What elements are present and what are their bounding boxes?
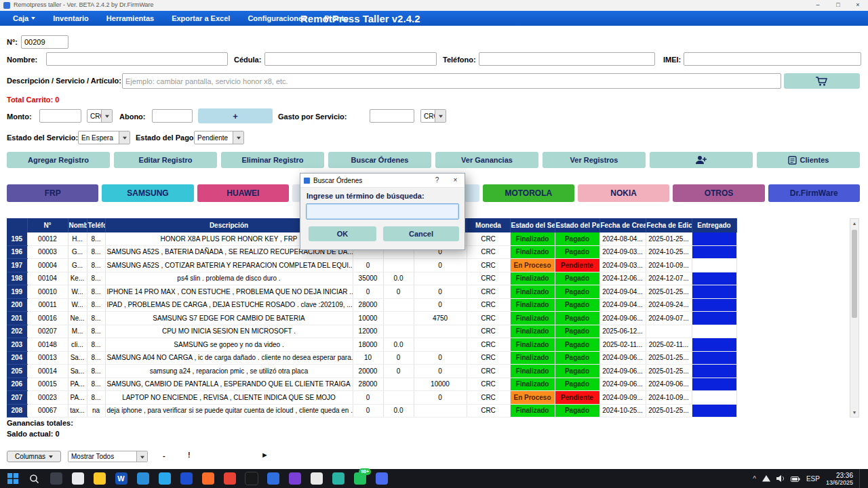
eliminar-registro-button[interactable]: Eliminar Registro	[221, 152, 324, 168]
column-header[interactable]: Estado del Pago	[555, 218, 599, 232]
estado-pago-select[interactable]: Pendiente	[194, 131, 244, 144]
row-number[interactable]: 205	[7, 365, 27, 378]
table-row[interactable]: 20800067tax...nadeja iphone , para verif…	[7, 404, 736, 418]
volume-icon[interactable]	[776, 472, 785, 485]
table-row[interactable]: 20600015PA...8...SAMSUNG, CAMBIO DE PANT…	[7, 378, 736, 391]
abono-input[interactable]	[152, 109, 193, 123]
table-row[interactable]: 20400013Sa...8...SAMSUNG A04 NO CARGA , …	[7, 351, 736, 365]
start-button[interactable]	[4, 470, 21, 487]
row-number[interactable]: 206	[7, 378, 27, 391]
add-abono-button[interactable]: +	[198, 108, 273, 123]
gasto-input[interactable]	[370, 109, 414, 123]
search-button[interactable]	[26, 470, 43, 487]
column-header[interactable]: Fecha de Creación	[599, 218, 646, 232]
table-row[interactable]: 20700023PA...8...LAPTOP NO ENCIENDE , RE…	[7, 391, 736, 405]
row-number[interactable]: 203	[7, 338, 27, 352]
column-header[interactable]: Entregado	[692, 218, 736, 232]
messaging-app-icon[interactable]: 98+	[351, 470, 368, 487]
column-header[interactable]	[7, 218, 27, 232]
brand-button-motorola[interactable]: MOTOROLA	[483, 184, 574, 202]
cancel-button[interactable]: Cancel	[383, 226, 459, 241]
row-number[interactable]: 197	[7, 259, 27, 272]
row-number[interactable]: 199	[7, 285, 27, 299]
taskbar-app-icon-9[interactable]	[308, 470, 325, 487]
file-explorer-icon[interactable]	[91, 470, 108, 487]
language-indicator[interactable]: ESP	[806, 475, 820, 483]
monto-input[interactable]	[39, 109, 81, 123]
row-number[interactable]: 207	[7, 391, 27, 405]
row-number[interactable]: 201	[7, 312, 27, 325]
table-row[interactable]: 20200207M...8...CPU MO INICIA SESION EN …	[7, 325, 736, 338]
telefono-input[interactable]	[479, 52, 655, 66]
brand-button-samsung[interactable]: SAMSUNG	[102, 184, 193, 202]
brand-button-frp[interactable]: FRP	[7, 184, 98, 202]
clientes-button[interactable]: Clientes	[757, 152, 860, 168]
mostrar-select[interactable]: Mostrar Todos	[68, 451, 148, 462]
brand-button-huawei[interactable]: HUAWEI	[197, 184, 289, 202]
table-row[interactable]: 20300148cli...8...SAMSUNG se gopeo y no …	[7, 338, 736, 352]
table-row[interactable]: 20100016Ne...8...SAMSUNG S7 EDGE FOR CAM…	[7, 312, 736, 325]
row-number[interactable]: 202	[7, 325, 27, 338]
menu-item-inventario[interactable]: Inventario	[44, 11, 98, 26]
row-number[interactable]: 195	[7, 232, 27, 245]
row-number[interactable]: 198	[7, 272, 27, 285]
taskbar-app-icon-3[interactable]	[156, 470, 173, 487]
ver-registros-button[interactable]: Ver Registros	[542, 152, 646, 168]
maximize-button[interactable]: □	[829, 0, 848, 11]
monto-currency-select[interactable]: CRC	[87, 109, 113, 123]
ver-ganancias-button[interactable]: Ver Ganancias	[435, 152, 538, 168]
taskbar-app-icon-2[interactable]	[134, 470, 151, 487]
scroll-up-icon[interactable]: ▲	[850, 219, 859, 228]
column-header[interactable]: Moneda	[467, 218, 510, 232]
scroll-down-icon[interactable]: ▼	[850, 408, 859, 417]
row-number[interactable]: 204	[7, 351, 27, 365]
brand-button-nokia[interactable]: NOKIA	[578, 184, 669, 202]
taskbar-app-icon-7[interactable]	[264, 470, 281, 487]
row-number[interactable]: 200	[7, 298, 27, 312]
menu-item-caja[interactable]: Caja	[4, 11, 44, 26]
taskbar-app-icon-6[interactable]	[221, 470, 238, 487]
person-plus-button[interactable]	[650, 152, 753, 168]
buscar-rdenes-button[interactable]: Buscar Órdenes	[328, 152, 431, 168]
table-row[interactable]: 20500014Sa...8...samsung a24 , reparacio…	[7, 365, 736, 378]
taskbar-app-icon-11[interactable]	[373, 470, 390, 487]
word-icon[interactable]: W	[113, 470, 130, 487]
scrollbar-thumb[interactable]	[852, 230, 857, 318]
gasto-currency-select[interactable]: CRC	[420, 109, 446, 123]
menu-item-exportar-a-excel[interactable]: Exportar a Excel	[163, 11, 239, 26]
dialog-close-button[interactable]: ×	[446, 174, 465, 187]
clock[interactable]: 23:36 13/6/2025	[826, 472, 853, 486]
vertical-scrollbar[interactable]: ▲ ▼	[850, 218, 859, 418]
search-term-input[interactable]	[306, 203, 459, 220]
column-header[interactable]: Fecha de Edición	[646, 218, 692, 232]
table-row[interactable]: 19900010W...8...IPHONE 14 PRO MAX , CON …	[7, 285, 736, 299]
brand-button-dr-firmware[interactable]: Dr.FirmWare	[768, 184, 860, 202]
cart-button[interactable]	[784, 73, 860, 89]
descripcion-input[interactable]	[122, 73, 781, 89]
dialog-titlebar[interactable]: Buscar Órdenes ? ×	[300, 174, 465, 188]
network-icon[interactable]	[762, 472, 770, 485]
taskbar-app-icon-1[interactable]	[69, 470, 86, 487]
imei-input[interactable]	[684, 52, 861, 66]
column-header[interactable]: Nombre	[68, 218, 87, 232]
agregar-registro-button[interactable]: Agregar Registro	[7, 152, 110, 168]
minimize-button[interactable]: –	[808, 0, 827, 11]
taskbar-app-icon-8[interactable]	[286, 470, 303, 487]
table-row[interactable]: 19700004G...8...SAMSUNG A52S , COTIZAR B…	[7, 259, 736, 272]
task-view-button[interactable]	[47, 470, 64, 487]
menu-item-herramientas[interactable]: Herramientas	[98, 11, 163, 26]
numero-input[interactable]	[21, 35, 68, 49]
table-row[interactable]: 20000011W...8...IPAD , PROBLEMAS DE CARG…	[7, 298, 736, 312]
battery-icon[interactable]	[791, 472, 800, 485]
column-header[interactable]: N°	[27, 218, 68, 232]
row-number[interactable]: 208	[7, 404, 27, 418]
taskbar-app-icon-10[interactable]	[330, 470, 347, 487]
help-button[interactable]: ?	[428, 174, 446, 187]
ok-button[interactable]: OK	[309, 226, 376, 241]
cedula-input[interactable]	[264, 52, 437, 66]
table-row[interactable]: 19800104Ke...8...ps4 slin . problema de …	[7, 272, 736, 285]
taskbar-app-icon-4[interactable]	[178, 470, 195, 487]
tray-chevron-icon[interactable]: ^	[753, 475, 756, 483]
close-button[interactable]: ×	[848, 0, 868, 11]
show-desktop-button[interactable]	[859, 469, 863, 488]
